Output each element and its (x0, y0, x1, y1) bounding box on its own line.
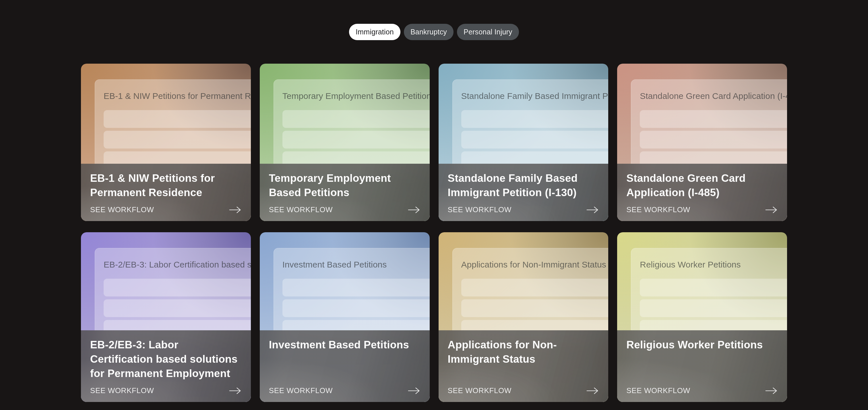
skeleton-bar (282, 299, 430, 317)
arrow-right-icon (407, 387, 421, 395)
arrow-right-icon (586, 387, 599, 395)
preview-title: Investment Based Petitions (282, 260, 430, 270)
card-title: Religious Worker Petitions (626, 338, 778, 352)
filter-pill-immigration[interactable]: Immigration (349, 24, 400, 40)
skeleton-lines (461, 279, 609, 338)
skeleton-lines (640, 279, 787, 338)
skeleton-bar (282, 110, 430, 128)
skeleton-bar (461, 131, 609, 148)
see-workflow-link[interactable]: SEE WORKFLOW (90, 386, 242, 395)
workflow-card-non-immigrant[interactable]: Applications for Non-Immigrant Status Ap… (439, 232, 609, 402)
see-workflow-label: SEE WORKFLOW (269, 205, 333, 214)
workflow-card-eb2-eb3[interactable]: EB-2/EB-3: Labor Certification based sol… (81, 232, 251, 402)
see-workflow-label: SEE WORKFLOW (626, 386, 690, 395)
card-title: Standalone Green Card Application (I-485… (626, 171, 778, 200)
card-info-overlay: EB-2/EB-3: Labor Certification based sol… (81, 330, 251, 402)
card-title: Temporary Employment Based Petitions (269, 171, 421, 200)
card-info-overlay: Religious Worker Petitions SEE WORKFLOW (617, 330, 787, 402)
see-workflow-link[interactable]: SEE WORKFLOW (90, 205, 242, 214)
skeleton-bar (640, 299, 787, 317)
skeleton-lines (104, 110, 251, 169)
arrow-right-icon (228, 387, 242, 395)
skeleton-bar (640, 110, 787, 128)
workflow-card-eb1-niw[interactable]: EB-1 & NIW Petitions for Permanent Resid… (81, 64, 251, 221)
see-workflow-link[interactable]: SEE WORKFLOW (269, 386, 421, 395)
card-title: Investment Based Petitions (269, 338, 421, 352)
arrow-right-icon (765, 387, 778, 395)
see-workflow-link[interactable]: SEE WORKFLOW (448, 205, 599, 214)
preview-title: Standalone Green Card Application (I-485… (640, 91, 787, 101)
skeleton-bar (640, 131, 787, 148)
see-workflow-label: SEE WORKFLOW (448, 205, 512, 214)
arrow-right-icon (765, 206, 778, 214)
see-workflow-link[interactable]: SEE WORKFLOW (626, 386, 778, 395)
skeleton-lines (282, 110, 430, 169)
card-title: EB-2/EB-3: Labor Certification based sol… (90, 338, 242, 381)
preview-title: Temporary Employment Based Petitions (282, 91, 430, 101)
see-workflow-link[interactable]: SEE WORKFLOW (626, 205, 778, 214)
workflow-card-grid: EB-1 & NIW Petitions for Permanent Resid… (81, 64, 787, 402)
card-info-overlay: Standalone Family Based Immigrant Petiti… (439, 164, 609, 221)
see-workflow-label: SEE WORKFLOW (269, 386, 333, 395)
card-info-overlay: Standalone Green Card Application (I-485… (617, 164, 787, 221)
skeleton-lines (640, 110, 787, 169)
see-workflow-label: SEE WORKFLOW (90, 205, 154, 214)
workflow-card-temp-employment[interactable]: Temporary Employment Based Petitions Tem… (260, 64, 430, 221)
workflow-card-greencard-i485[interactable]: Standalone Green Card Application (I-485… (617, 64, 787, 221)
skeleton-bar (461, 279, 609, 297)
category-filter-bar: Immigration Bankruptcy Personal Injury (0, 24, 868, 40)
workflow-card-investment[interactable]: Investment Based Petitions Investment Ba… (260, 232, 430, 402)
preview-title: EB-2/EB-3: Labor Certification based sol… (104, 260, 251, 270)
card-title: EB-1 & NIW Petitions for Permanent Resid… (90, 171, 242, 200)
workflow-card-religious-worker[interactable]: Religious Worker Petitions Religious Wor… (617, 232, 787, 402)
card-title: Applications for Non-Immigrant Status (448, 338, 599, 367)
filter-pill-bankruptcy[interactable]: Bankruptcy (404, 24, 454, 40)
card-title: Standalone Family Based Immigrant Petiti… (448, 171, 599, 200)
see-workflow-label: SEE WORKFLOW (90, 386, 154, 395)
skeleton-bar (282, 131, 430, 148)
skeleton-bar (640, 279, 787, 297)
workflow-card-family-i130[interactable]: Standalone Family Based Immigrant Petiti… (439, 64, 609, 221)
skeleton-lines (461, 110, 609, 169)
card-info-overlay: EB-1 & NIW Petitions for Permanent Resid… (81, 164, 251, 221)
card-info-overlay: Investment Based Petitions SEE WORKFLOW (260, 330, 430, 402)
see-workflow-label: SEE WORKFLOW (626, 205, 690, 214)
arrow-right-icon (228, 206, 242, 214)
card-info-overlay: Temporary Employment Based Petitions SEE… (260, 164, 430, 221)
skeleton-bar (104, 131, 251, 148)
preview-title: EB-1 & NIW Petitions for Permanent Resid… (104, 91, 251, 101)
see-workflow-label: SEE WORKFLOW (448, 386, 512, 395)
filter-pill-personal-injury[interactable]: Personal Injury (457, 24, 519, 40)
preview-title: Standalone Family Based Immigrant Petiti… (461, 91, 609, 101)
skeleton-lines (282, 279, 430, 338)
arrow-right-icon (407, 206, 421, 214)
skeleton-bar (461, 299, 609, 317)
preview-title: Religious Worker Petitions (640, 260, 787, 270)
skeleton-lines (104, 279, 251, 338)
arrow-right-icon (586, 206, 599, 214)
skeleton-bar (461, 110, 609, 128)
skeleton-bar (104, 110, 251, 128)
skeleton-bar (104, 299, 251, 317)
see-workflow-link[interactable]: SEE WORKFLOW (269, 205, 421, 214)
skeleton-bar (104, 279, 251, 297)
preview-title: Applications for Non-Immigrant Status (461, 260, 609, 270)
card-info-overlay: Applications for Non-Immigrant Status SE… (439, 330, 609, 402)
see-workflow-link[interactable]: SEE WORKFLOW (448, 386, 599, 395)
skeleton-bar (282, 279, 430, 297)
